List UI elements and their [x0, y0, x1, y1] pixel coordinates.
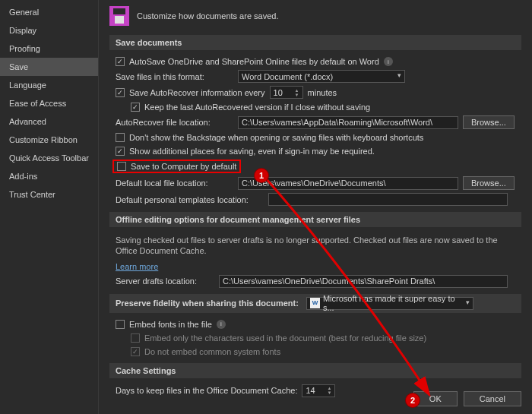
- server-drafts-label: Server drafts location:: [116, 277, 214, 286]
- sidebar-item-add-ins[interactable]: Add-ins: [0, 167, 98, 185]
- save-format-select[interactable]: Word Document (*.docx): [238, 70, 405, 83]
- cancel-button[interactable]: Cancel: [464, 391, 521, 406]
- save-icon: [109, 6, 129, 26]
- cache-days-input[interactable]: 14▲▼: [302, 384, 335, 397]
- no-common-fonts-checkbox: [131, 347, 140, 356]
- embed-fonts-checkbox[interactable]: [116, 320, 125, 329]
- sidebar-item-display[interactable]: Display: [0, 21, 98, 40]
- autosave-label: AutoSave OneDrive and SharePoint Online …: [129, 57, 379, 66]
- ok-button[interactable]: OK: [413, 391, 458, 406]
- dont-show-backstage-label: Don't show the Backstage when opening or…: [129, 133, 423, 142]
- sidebar-item-general[interactable]: General: [0, 3, 98, 21]
- browse-button-autorecover[interactable]: Browse...: [463, 115, 515, 129]
- default-templates-label: Default personal templates location:: [116, 195, 264, 204]
- document-selector[interactable]: Microsoft has made it super easy to s...: [306, 297, 473, 310]
- dont-show-backstage-checkbox[interactable]: [116, 133, 125, 142]
- embed-fonts-label: Embed fonts in the file: [129, 320, 212, 329]
- show-places-checkbox[interactable]: [116, 147, 125, 156]
- autorecover-location-label: AutoRecover file location:: [116, 118, 233, 127]
- keep-last-checkbox[interactable]: [131, 103, 140, 112]
- document-icon: [310, 298, 320, 308]
- keep-last-label: Keep the last AutoRecovered version if I…: [144, 103, 370, 112]
- sidebar-item-quick-access-toolbar[interactable]: Quick Access Toolbar: [0, 149, 98, 167]
- save-format-label: Save files in this format:: [116, 72, 233, 81]
- autosave-checkbox[interactable]: [116, 57, 125, 66]
- autorecover-minutes-input[interactable]: 10▲▼: [270, 86, 303, 99]
- sidebar-item-language[interactable]: Language: [0, 76, 98, 94]
- callout-1: 1: [255, 169, 268, 182]
- autorecover-location-input[interactable]: [238, 116, 458, 129]
- cache-days-label: Days to keep files in the Office Documen…: [116, 386, 297, 395]
- autorecover-label: Save AutoRecover information every: [129, 88, 265, 97]
- sidebar: General Display Proofing Save Language E…: [0, 0, 99, 414]
- section-preserve-fidelity: Preserve fidelity when sharing this docu…: [109, 294, 521, 313]
- embed-only-checkbox: [131, 333, 140, 343]
- page-title: Customize how documents are saved.: [137, 11, 278, 21]
- learn-more-link[interactable]: Learn more: [116, 262, 158, 271]
- default-templates-input[interactable]: [268, 193, 508, 206]
- callout-2: 2: [406, 393, 420, 407]
- sidebar-item-ease-of-access[interactable]: Ease of Access: [0, 94, 98, 112]
- browse-button-default[interactable]: Browse...: [463, 176, 515, 190]
- autorecover-checkbox[interactable]: [116, 88, 125, 97]
- sidebar-item-advanced[interactable]: Advanced: [0, 112, 98, 131]
- info-icon[interactable]: i: [384, 57, 393, 66]
- minutes-label: minutes: [308, 88, 337, 97]
- sidebar-item-proofing[interactable]: Proofing: [0, 40, 98, 58]
- section-save-documents: Save documents: [109, 35, 521, 50]
- default-local-location-label: Default local file location:: [116, 179, 233, 188]
- main-panel: Customize how documents are saved. Save …: [99, 0, 532, 414]
- info-icon[interactable]: i: [217, 320, 226, 329]
- sidebar-item-customize-ribbon[interactable]: Customize Ribbon: [0, 131, 98, 149]
- show-places-label: Show additional places for saving, even …: [129, 147, 375, 156]
- section-offline-editing: Offline editing options for document man…: [109, 212, 521, 227]
- no-common-fonts-label: Do not embed common system fonts: [144, 347, 280, 356]
- save-to-computer-label: Save to Computer by default: [131, 162, 236, 171]
- section-cache-settings: Cache Settings: [109, 363, 521, 378]
- save-to-computer-checkbox[interactable]: [117, 162, 126, 171]
- default-local-location-input[interactable]: [238, 177, 458, 190]
- offline-description: Saving checked out files to server draft…: [109, 232, 521, 260]
- embed-only-label: Embed only the characters used in the do…: [144, 333, 426, 343]
- sidebar-item-trust-center[interactable]: Trust Center: [0, 185, 98, 204]
- sidebar-item-save[interactable]: Save: [0, 58, 98, 76]
- server-drafts-input[interactable]: [219, 275, 508, 288]
